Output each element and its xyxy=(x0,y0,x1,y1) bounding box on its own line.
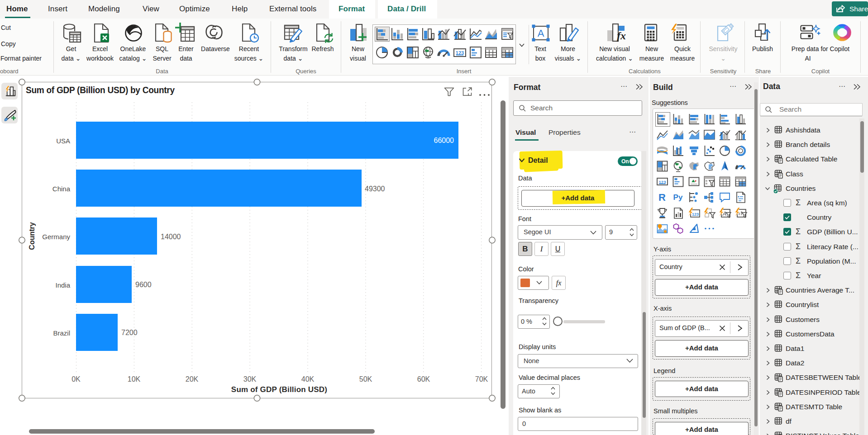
svg-text:123: 123 xyxy=(692,212,699,217)
svg-text:A: A xyxy=(722,210,727,217)
svg-text:fx: fx xyxy=(617,30,626,42)
svg-text:123: 123 xyxy=(659,180,666,184)
svg-text:A: A xyxy=(538,28,544,39)
svg-text:Py: Py xyxy=(673,193,683,202)
svg-text:R: R xyxy=(658,192,666,203)
svg-text:123: 123 xyxy=(456,50,464,56)
